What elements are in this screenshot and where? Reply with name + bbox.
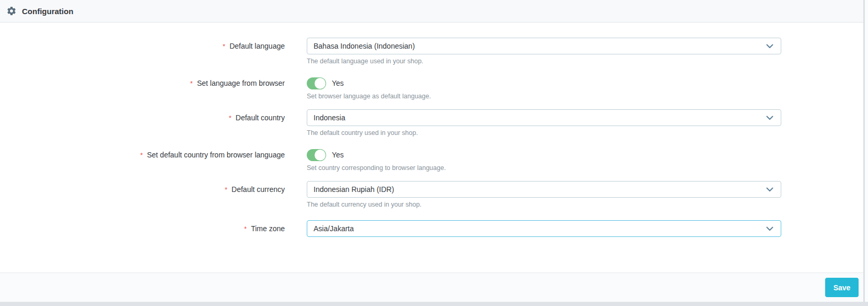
help-text: Set browser language as default language… (307, 93, 781, 100)
required-marker: * (225, 186, 227, 194)
chevron-down-icon (766, 187, 773, 192)
set-default-country-from-browser-language-toggle[interactable] (307, 149, 326, 161)
configuration-panel: Configuration *Default languageBahasa In… (0, 0, 864, 302)
field-label: *Set default country from browser langua… (0, 149, 285, 160)
form-rows: *Default languageBahasa Indonesia (Indon… (0, 22, 863, 273)
form-row: *Set language from browserYesSet browser… (0, 77, 863, 100)
chevron-down-icon (766, 44, 773, 49)
field-label: *Default country (0, 109, 285, 122)
field-control: YesSet browser language as default langu… (307, 77, 781, 100)
required-marker: * (244, 225, 247, 233)
field-control: YesSet country corresponding to browser … (307, 149, 781, 172)
page-title: Configuration (22, 7, 73, 16)
help-text: The default language used in your shop. (307, 58, 781, 65)
select-value: Indonesia (314, 114, 345, 122)
select-value: Asia/Jakarta (314, 224, 354, 233)
toggle-knob (315, 78, 326, 89)
panel-header: Configuration (0, 0, 863, 22)
form-row: *Default currencyIndonesian Rupiah (IDR)… (0, 181, 863, 209)
default-country-select[interactable]: Indonesia (307, 109, 781, 126)
toggle-control: Yes (307, 149, 781, 161)
save-button[interactable]: Save (825, 278, 859, 297)
toggle-knob (315, 150, 326, 161)
chevron-down-icon (766, 116, 773, 120)
field-label: *Time zone (0, 220, 285, 233)
field-label-text: Time zone (251, 224, 285, 233)
help-text: The default currency used in your shop. (307, 201, 781, 209)
time-zone-select[interactable]: Asia/Jakarta (307, 220, 781, 237)
required-marker: * (223, 42, 225, 50)
form-row: *Time zoneAsia/Jakarta (0, 220, 863, 237)
field-label-text: Default country (236, 114, 285, 122)
select-value: Bahasa Indonesia (Indonesian) (314, 42, 415, 50)
form-row: *Default countryIndonesiaThe default cou… (0, 109, 863, 137)
field-label: *Default currency (0, 181, 285, 194)
toggle-value-label: Yes (332, 79, 344, 87)
required-marker: * (229, 114, 232, 122)
form-row: *Default languageBahasa Indonesia (Indon… (0, 38, 863, 65)
set-language-from-browser-toggle[interactable] (307, 77, 326, 89)
gear-icon (6, 6, 17, 16)
horizontal-scrollbar[interactable] (0, 302, 868, 306)
field-control: Asia/Jakarta (307, 220, 781, 237)
required-marker: * (140, 151, 143, 159)
field-label: *Default language (0, 38, 285, 51)
field-label: *Set language from browser (0, 77, 285, 88)
default-language-select[interactable]: Bahasa Indonesia (Indonesian) (307, 38, 781, 54)
required-marker: * (190, 80, 193, 87)
field-label-text: Default currency (232, 185, 285, 194)
field-control: Bahasa Indonesia (Indonesian)The default… (307, 38, 781, 65)
field-label-text: Set language from browser (197, 79, 285, 87)
toggle-control: Yes (307, 77, 781, 89)
select-value: Indonesian Rupiah (IDR) (314, 185, 394, 194)
vertical-scrollbar[interactable] (864, 0, 868, 302)
field-control: IndonesiaThe default country used in you… (307, 109, 781, 137)
field-control: Indonesian Rupiah (IDR)The default curre… (307, 181, 781, 209)
help-text: The default country used in your shop. (307, 129, 781, 137)
toggle-value-label: Yes (332, 151, 344, 159)
panel-footer: Save (0, 273, 863, 302)
field-label-text: Set default country from browser languag… (147, 151, 285, 159)
chevron-down-icon (766, 226, 773, 231)
form-row: *Set default country from browser langua… (0, 149, 863, 172)
default-currency-select[interactable]: Indonesian Rupiah (IDR) (307, 181, 781, 198)
field-label-text: Default language (229, 42, 285, 50)
help-text: Set country corresponding to browser lan… (307, 164, 781, 172)
